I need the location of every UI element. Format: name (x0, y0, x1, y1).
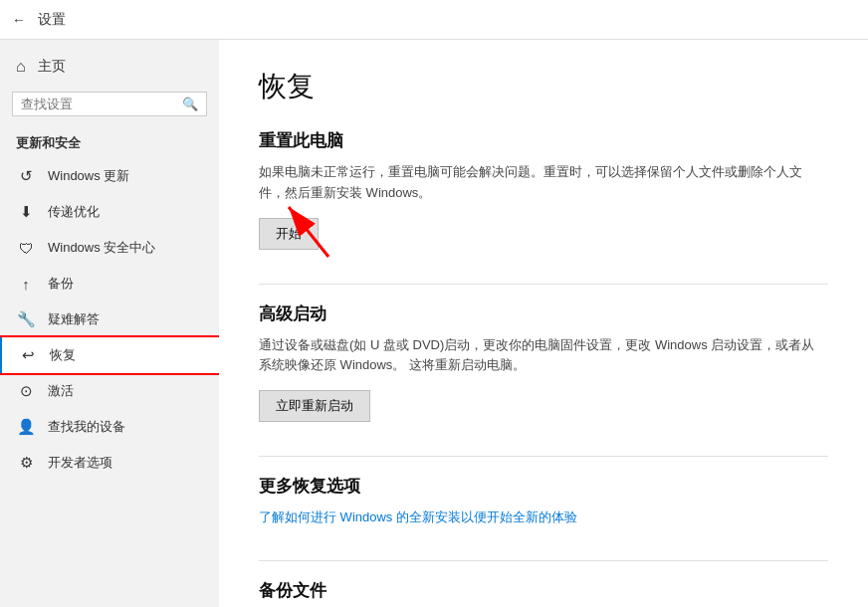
sidebar-item-activation[interactable]: ⊙ 激活 (0, 373, 219, 409)
sidebar-home[interactable]: ⌂ 主页 (0, 48, 219, 86)
sidebar-item-label: 查找我的设备 (48, 418, 125, 436)
sidebar-home-label: 主页 (38, 58, 66, 76)
backup-icon: ↑ (16, 276, 36, 293)
sidebar-item-label: 疑难解答 (48, 310, 100, 328)
section-more-recovery-title: 更多恢复选项 (259, 475, 828, 498)
section-reset-title: 重置此电脑 (259, 129, 828, 152)
find-device-icon: 👤 (16, 418, 36, 436)
windows-update-icon: ↺ (16, 167, 36, 185)
back-button[interactable]: ← (12, 12, 26, 28)
sidebar-item-label: 恢复 (50, 346, 76, 364)
divider-1 (259, 284, 828, 285)
delivery-optimization-icon: ⬇ (16, 203, 36, 221)
section-reset-desc: 如果电脑未正常运行，重置电脑可能会解决问题。重置时，可以选择保留个人文件或删除个… (259, 162, 816, 204)
content-area: 恢复 重置此电脑 如果电脑未正常运行，重置电脑可能会解决问题。重置时，可以选择保… (219, 40, 868, 607)
sidebar-item-label: 开发者选项 (48, 454, 112, 472)
search-icon: 🔍 (182, 97, 198, 111)
top-bar: ← 设置 (0, 0, 868, 40)
divider-2 (259, 456, 828, 457)
home-icon: ⌂ (16, 58, 26, 76)
page-title: 恢复 (259, 68, 828, 105)
activation-icon: ⊙ (16, 382, 36, 400)
search-box[interactable]: 🔍 (12, 92, 207, 116)
section-advanced-desc: 通过设备或磁盘(如 U 盘或 DVD)启动，更改你的电脑固件设置，更改 Wind… (259, 335, 816, 377)
fresh-install-link[interactable]: 了解如何进行 Windows 的全新安装以便开始全新的体验 (259, 508, 577, 526)
sidebar-item-troubleshoot[interactable]: 🔧 疑难解答 (0, 302, 219, 337)
developer-icon: ⚙ (16, 454, 36, 472)
main-layout: ⌂ 主页 🔍 更新和安全 ↺ Windows 更新 ⬇ 传递优化 🛡 Windo… (0, 40, 868, 607)
sidebar-item-label: 传递优化 (48, 203, 100, 221)
section-backup-title: 备份文件 (259, 579, 828, 602)
sidebar: ⌂ 主页 🔍 更新和安全 ↺ Windows 更新 ⬇ 传递优化 🛡 Windo… (0, 40, 219, 607)
windows-security-icon: 🛡 (16, 240, 36, 257)
sidebar-item-recovery[interactable]: ↩ 恢复 (0, 337, 219, 373)
restart-now-button[interactable]: 立即重新启动 (259, 390, 370, 422)
sidebar-item-label: 激活 (48, 382, 74, 400)
sidebar-item-label: Windows 安全中心 (48, 239, 155, 257)
sidebar-item-label: Windows 更新 (48, 167, 129, 185)
divider-3 (259, 560, 828, 561)
sidebar-section-title: 更新和安全 (0, 126, 219, 158)
sidebar-item-label: 备份 (48, 275, 74, 293)
sidebar-item-backup[interactable]: ↑ 备份 (0, 266, 219, 302)
sidebar-item-developer-options[interactable]: ⚙ 开发者选项 (0, 445, 219, 481)
section-advanced-title: 高级启动 (259, 303, 828, 325)
sidebar-item-find-my-device[interactable]: 👤 查找我的设备 (0, 409, 219, 445)
top-bar-title: 设置 (38, 11, 66, 29)
reset-start-button[interactable]: 开始 (259, 218, 319, 250)
troubleshoot-icon: 🔧 (16, 310, 36, 328)
sidebar-item-windows-security[interactable]: 🛡 Windows 安全中心 (0, 230, 219, 266)
search-input[interactable] (21, 97, 182, 111)
sidebar-item-windows-update[interactable]: ↺ Windows 更新 (0, 158, 219, 194)
sidebar-item-delivery-optimization[interactable]: ⬇ 传递优化 (0, 194, 219, 230)
recovery-icon: ↩ (18, 346, 38, 364)
